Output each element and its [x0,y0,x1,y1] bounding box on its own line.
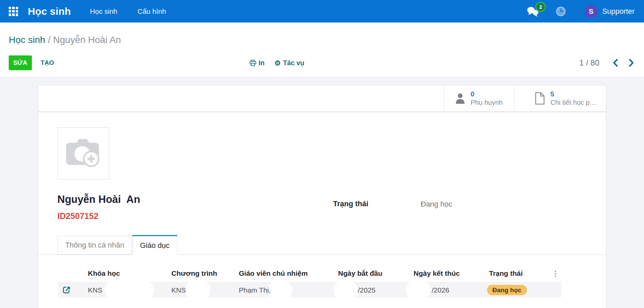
top-navbar: Học sinh Học sinh Cấu hình 2 [0,0,644,23]
external-link-icon[interactable] [62,285,71,295]
tuition-details-count: 5 [550,90,596,98]
stat-button-parents[interactable]: 0 Phụ huynh [444,85,514,112]
breadcrumb-parent-link[interactable]: Học sinh [9,35,45,45]
col-header-end-date[interactable]: Ngày kết thúc [414,269,460,277]
cell-end-date: /2026 [432,282,449,298]
actions-button[interactable]: ⚙ Tác vụ [274,55,304,70]
gear-icon: ⚙ [274,59,281,67]
redaction-blob [268,282,292,298]
status-field-value: Đang học [421,200,452,209]
navbar-right: 2 S Supporter [526,5,635,18]
stat-button-strip: 0 Phụ huynh 5 Chi tiết học p… [38,85,606,112]
col-header-start-date[interactable]: Ngày bắt đầu [338,269,382,277]
redaction-blob [406,282,430,298]
print-label: In [259,59,265,67]
table-row[interactable]: KNS KNS Phạm Thị, /2025 /2026 Đang học [58,282,561,298]
col-header-course[interactable]: Khóa học [88,269,120,277]
avatar: S [585,5,597,18]
status-badge: Đang học [487,285,527,295]
printer-icon [250,60,256,66]
breadcrumb-current: Nguyễn Hoài An [53,35,121,45]
student-id: ID2507152 [57,211,98,221]
user-name: Supporter [602,7,635,16]
document-icon [535,92,545,105]
activities-clock-icon[interactable] [556,6,566,16]
redaction-blob [334,282,357,298]
parents-count: 0 [471,90,503,98]
cell-program: KNS [171,282,186,298]
col-header-teacher[interactable]: Giáo viên chủ nhiệm [239,269,308,277]
print-button[interactable]: In [250,55,265,70]
student-form-card: 0 Phụ huynh 5 Chi tiết học p… [38,85,606,308]
menu-hoc-sinh[interactable]: Học sinh [90,7,117,15]
pager-value[interactable]: 1 / 80 [579,55,599,70]
breadcrumb-separator: / [45,35,53,45]
col-header-status[interactable]: Trạng thái [489,269,523,277]
redaction-blob [105,282,154,298]
pager-previous-icon[interactable] [612,58,618,69]
user-menu[interactable]: S Supporter [585,5,635,18]
cell-start-date: /2025 [358,282,376,298]
app-title: Học sinh [28,6,71,17]
education-table-header: Khóa học Chương trình Giáo viên chủ nhiệ… [58,255,561,282]
breadcrumb: Học sinh / Nguyễn Hoài An [9,35,121,45]
menu-cau-hinh[interactable]: Cấu hình [138,7,166,15]
optional-columns-kebab-icon[interactable] [555,271,556,277]
stat-button-tuition-details[interactable]: 5 Chi tiết học p… [514,85,606,112]
apps-grid-icon[interactable] [9,7,18,16]
messages-button[interactable]: 2 [526,6,540,17]
camera-plus-icon [65,137,102,170]
photo-upload-placeholder[interactable] [57,127,109,179]
control-panel: Học sinh / Nguyễn Hoài An SỬA TẠO In ⚙ T… [0,23,644,78]
parents-label: Phụ huynh [471,98,503,107]
navbar-menus: Học sinh Cấu hình [90,7,166,15]
education-table: Khóa học Chương trình Giáo viên chủ nhiệ… [58,255,561,298]
actions-label: Tác vụ [283,59,304,67]
edit-button[interactable]: SỬA [9,55,32,70]
tuition-details-label: Chi tiết học p… [550,98,596,107]
cell-teacher: Phạm Thị, [239,282,271,298]
pager-next-icon[interactable] [629,58,634,69]
status-field-label: Trạng thái [333,200,368,208]
tab-education[interactable]: Giáo dục [132,235,177,255]
person-icon [455,93,465,104]
redaction-blob [185,282,210,298]
tab-personal-info[interactable]: Thông tin cá nhân [57,236,132,255]
cell-course: KNS [88,282,102,298]
col-header-program[interactable]: Chương trình [171,269,217,277]
student-name: Nguyễn Hoài An [57,193,140,206]
create-button[interactable]: TẠO [41,55,54,70]
messages-count-badge: 2 [535,2,546,12]
notebook-tabs: Thông tin cá nhân Giáo dục [38,235,606,255]
app-window: Học sinh Học sinh Cấu hình 2 [0,0,644,308]
